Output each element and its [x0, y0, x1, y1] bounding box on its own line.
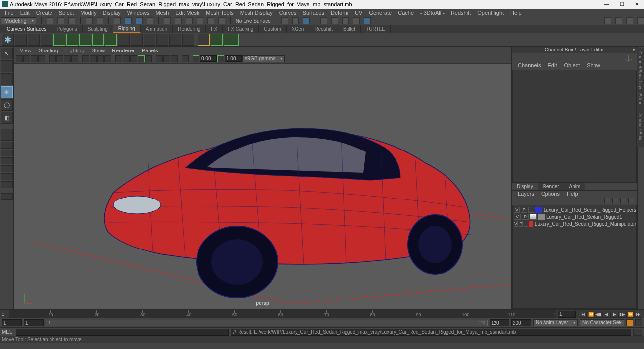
new-scene-icon[interactable]: [47, 17, 53, 24]
shelf-tab-custom[interactable]: Custom: [259, 25, 286, 33]
panel-layout1-icon[interactable]: [604, 17, 611, 24]
vp-aa-icon[interactable]: [145, 55, 152, 62]
menu-select[interactable]: Select: [56, 9, 77, 16]
shelf-ik-icon[interactable]: [41, 34, 52, 46]
layer-vis-toggle[interactable]: V: [514, 221, 518, 227]
layer-color-swatch[interactable]: [529, 221, 533, 227]
layer-type-toggle[interactable]: P: [522, 214, 529, 220]
shelf-skin-icon[interactable]: [118, 34, 130, 46]
panel-layout3-icon[interactable]: [626, 17, 633, 24]
vp-exposure-icon[interactable]: [193, 55, 199, 62]
vp-motion-icon[interactable]: [138, 55, 145, 62]
side-tab-attribute-editor[interactable]: Attribute Editor: [637, 109, 643, 148]
menu-deform[interactable]: Deform: [328, 9, 351, 16]
layout6-icon[interactable]: [1, 181, 13, 188]
menu-windows[interactable]: Windows: [124, 9, 152, 16]
lasso-tool[interactable]: [1, 60, 13, 72]
layer-up-icon[interactable]: [604, 198, 610, 203]
layer-new-selected-icon[interactable]: [628, 198, 634, 203]
current-frame-input[interactable]: [558, 311, 576, 318]
ch-menu-show[interactable]: Show: [584, 62, 603, 69]
time-slider[interactable]: 1 1102030405060708090100110120 ⏮ ⏪ ◀▮ ◀ …: [0, 309, 644, 318]
layer-vis-toggle[interactable]: V: [514, 207, 520, 213]
vp-xray-icon[interactable]: [163, 55, 170, 62]
shelf-tab-sculpting[interactable]: Sculpting: [83, 25, 113, 33]
layer-row[interactable]: V P Luxury_Car_Red_Sedan_Rigged_Helpers: [513, 206, 636, 213]
vp-shadow-icon[interactable]: [123, 55, 130, 62]
vp-menu-view[interactable]: View: [17, 48, 35, 53]
menu-openflight[interactable]: OpenFlight: [474, 9, 507, 16]
snap-point-icon[interactable]: [186, 17, 193, 24]
snap-live-icon[interactable]: [207, 17, 214, 24]
open-scene-icon[interactable]: [57, 17, 64, 24]
save-scene-icon[interactable]: [68, 17, 75, 24]
anim-layer-dropdown[interactable]: No Anim Layer: [533, 319, 578, 326]
vp-image-plane-icon[interactable]: [31, 55, 38, 62]
step-back-key-icon[interactable]: ⏪: [587, 311, 594, 318]
render-icon[interactable]: [303, 17, 310, 24]
minimize-button[interactable]: —: [599, 0, 614, 9]
shelf-paint-icon[interactable]: [131, 34, 143, 46]
vp-ao-icon[interactable]: [130, 55, 137, 62]
snap-plane-icon[interactable]: [197, 17, 203, 24]
ch-menu-channels[interactable]: Channels: [515, 62, 544, 69]
side-tab-channelbox[interactable]: Channel Box / Layer Editor: [637, 48, 643, 109]
paint-select-tool[interactable]: [1, 73, 13, 85]
shelf-tab-fxcaching[interactable]: FX Caching: [223, 25, 259, 33]
shelf-mirror2-icon[interactable]: [224, 34, 239, 46]
layer-down-icon[interactable]: [612, 198, 618, 203]
layout3-icon[interactable]: [1, 157, 13, 164]
ch-menu-edit[interactable]: Edit: [545, 62, 560, 69]
select-mask-icon[interactable]: [147, 17, 153, 24]
menu-uv[interactable]: UV: [352, 9, 365, 16]
vp-menu-renderer[interactable]: Renderer: [109, 48, 138, 53]
shelf-tab-rendering[interactable]: Rendering: [173, 25, 206, 33]
maximize-button[interactable]: ☐: [614, 0, 629, 9]
shelf-joint-icon[interactable]: [28, 34, 40, 46]
shelf-asterisk-icon[interactable]: ✱: [2, 34, 14, 46]
exposure-input[interactable]: [200, 55, 217, 62]
anim-start-input[interactable]: [2, 319, 22, 326]
layer-color-swatch[interactable]: [538, 214, 545, 220]
shelf-tab-curves[interactable]: Curves / Surfaces: [2, 25, 51, 33]
gamma-input[interactable]: [225, 55, 242, 62]
play-fwd-icon[interactable]: ▶: [610, 311, 618, 318]
menu-help[interactable]: Help: [507, 9, 525, 16]
lay-menu-layers[interactable]: Layers: [515, 191, 537, 198]
render-view-icon[interactable]: [320, 17, 327, 24]
shelf-bind2-icon[interactable]: [66, 34, 78, 46]
ipr-render-icon[interactable]: [331, 17, 338, 24]
undo-icon[interactable]: [86, 17, 93, 24]
snap-view-icon[interactable]: [218, 17, 225, 24]
lay-menu-help[interactable]: Help: [564, 191, 581, 198]
vp-tex-icon[interactable]: [97, 55, 104, 62]
step-fwd-key-icon[interactable]: ⏩: [626, 311, 634, 318]
character-set-dropdown[interactable]: No Character Set: [580, 319, 624, 326]
ch-menu-object[interactable]: Object: [561, 62, 583, 69]
command-input[interactable]: [16, 329, 229, 336]
range-end-input[interactable]: [490, 319, 509, 326]
viewport[interactable]: persp: [14, 63, 511, 309]
range-track[interactable]: 1120: [46, 320, 488, 326]
shelf-bind4-icon[interactable]: [92, 34, 104, 46]
shelf-tab-polygons[interactable]: Polygons: [51, 25, 82, 33]
layout4-icon[interactable]: [1, 165, 13, 172]
shelf-wrap-icon[interactable]: [182, 34, 194, 46]
layer-row[interactable]: V P Luxury_Car_Red_Sedan_Rigged_Manipula…: [513, 220, 636, 227]
anim-prefs-icon[interactable]: [635, 319, 642, 326]
select-component-icon[interactable]: [136, 17, 143, 24]
menu-generate[interactable]: Generate: [366, 9, 395, 16]
layer-tab-render[interactable]: Render: [538, 183, 564, 190]
shelf-blend-icon[interactable]: [169, 34, 181, 46]
menu-create[interactable]: Create: [33, 9, 55, 16]
layer-hash-toggle[interactable]: [524, 221, 528, 227]
history-off-icon[interactable]: [292, 17, 299, 24]
last-tool[interactable]: [1, 129, 13, 141]
menu-file[interactable]: File: [2, 9, 17, 16]
vp-wireshaded-icon[interactable]: [104, 55, 111, 62]
step-back-icon[interactable]: ◀▮: [594, 311, 602, 318]
range-handle[interactable]: 1120: [46, 320, 488, 326]
layer-type-toggle[interactable]: P: [519, 221, 523, 227]
outliner-icon[interactable]: [1, 193, 13, 200]
menu-mesh[interactable]: Mesh: [152, 9, 172, 16]
